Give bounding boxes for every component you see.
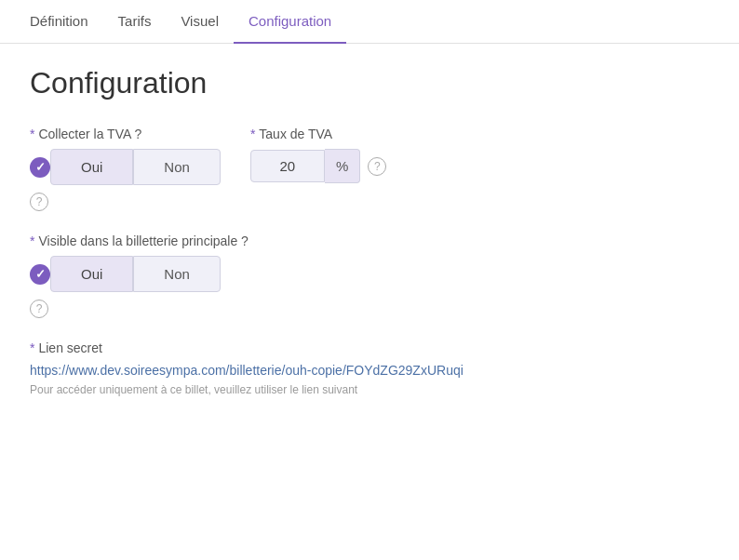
lien-secret-label: *Lien secret <box>30 340 709 355</box>
secret-hint: Pour accéder uniquement à ce billet, veu… <box>30 383 709 396</box>
main-content: Configuration *Collecter la TVA ? Oui No… <box>0 44 739 441</box>
tab-configuration[interactable]: Configuration <box>234 0 346 44</box>
taux-tva-input[interactable] <box>269 158 306 174</box>
lien-required-star: * <box>30 340 34 355</box>
lien-secret-field: *Lien secret https://www.dev.soireesympa… <box>30 340 709 396</box>
taux-help-icon[interactable]: ? <box>368 157 386 176</box>
visible-check-icon <box>30 264 50 285</box>
tva-field: *Collecter la TVA ? Oui Non ? <box>30 127 221 211</box>
tab-visuel[interactable]: Visuel <box>166 0 234 44</box>
visible-oui-button[interactable]: Oui <box>50 256 133 292</box>
tva-check-icon <box>30 157 50 178</box>
taux-required-star: * <box>250 127 255 141</box>
secret-link[interactable]: https://www.dev.soireesympa.com/billette… <box>30 363 709 378</box>
taux-tva-label: *Taux de TVA <box>250 127 386 141</box>
tab-tarifs[interactable]: Tarifs <box>103 0 167 44</box>
page-title: Configuration <box>30 66 709 100</box>
tab-bar: Définition Tarifs Visuel Configuration <box>0 0 739 44</box>
tva-non-button[interactable]: Non <box>133 149 221 185</box>
visible-toggle-group: Oui Non <box>50 256 221 292</box>
taux-group: % ? <box>250 149 386 183</box>
taux-unit: % <box>325 149 360 183</box>
visible-field: *Visible dans la billetterie principale … <box>30 233 709 318</box>
visible-help-icon[interactable]: ? <box>30 300 48 318</box>
tva-required-star: * <box>30 127 34 141</box>
tva-label: *Collecter la TVA ? <box>30 127 221 141</box>
tva-taux-row: *Collecter la TVA ? Oui Non ? *Taux de T… <box>30 127 709 233</box>
tva-toggle-group: Oui Non <box>50 149 221 185</box>
tva-oui-button[interactable]: Oui <box>50 149 133 185</box>
visible-non-button[interactable]: Non <box>133 256 221 292</box>
tva-help-icon[interactable]: ? <box>30 193 48 211</box>
tab-definition[interactable]: Définition <box>15 0 103 44</box>
tva-toggle-row: Oui Non <box>30 149 221 185</box>
visible-toggle-row: Oui Non <box>30 256 709 292</box>
visible-label: *Visible dans la billetterie principale … <box>30 233 709 248</box>
taux-input-wrap <box>250 150 325 182</box>
taux-tva-field: *Taux de TVA % ? <box>250 127 386 183</box>
visible-required-star: * <box>30 233 34 248</box>
